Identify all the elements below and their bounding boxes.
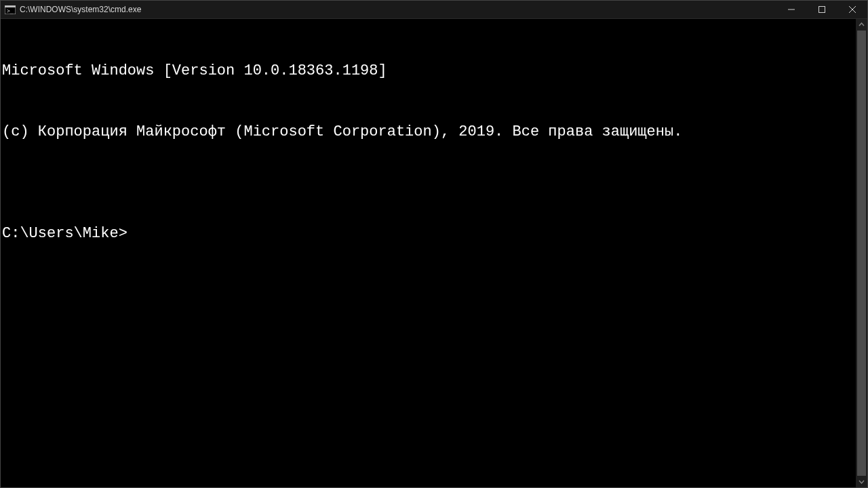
minimize-button[interactable]	[776, 1, 806, 18]
terminal-line: Microsoft Windows [Version 10.0.18363.11…	[2, 61, 854, 81]
scrollbar-thumb[interactable]	[857, 30, 866, 476]
titlebar[interactable]: >_ C:\WINDOWS\system32\cmd.exe	[1, 1, 867, 18]
svg-text:>_: >_	[7, 8, 14, 14]
scrollbar-track[interactable]	[856, 30, 867, 476]
scroll-up-arrow-icon[interactable]	[856, 19, 867, 30]
close-button[interactable]	[837, 1, 867, 18]
cmd-window: >_ C:\WINDOWS\system32\cmd.exe Microsoft…	[0, 0, 868, 488]
svg-rect-4	[818, 7, 825, 13]
scroll-down-arrow-icon[interactable]	[856, 476, 867, 487]
window-body: Microsoft Windows [Version 10.0.18363.11…	[1, 18, 867, 487]
terminal-line: (c) Корпорация Майкрософт (Microsoft Cor…	[2, 122, 854, 142]
window-title: C:\WINDOWS\system32\cmd.exe	[20, 5, 141, 14]
maximize-button[interactable]	[806, 1, 837, 18]
svg-rect-1	[5, 5, 16, 7]
vertical-scrollbar[interactable]	[856, 19, 867, 487]
cmd-icon: >_	[5, 5, 16, 14]
terminal-output[interactable]: Microsoft Windows [Version 10.0.18363.11…	[1, 19, 856, 487]
terminal-prompt[interactable]: C:\Users\Mike>	[2, 224, 854, 244]
